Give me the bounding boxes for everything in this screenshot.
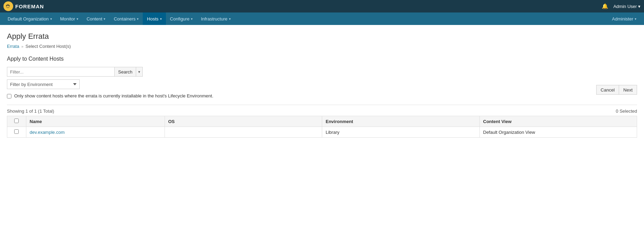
nav-org[interactable]: Default Organization ▾ (3, 12, 56, 25)
nav-content[interactable]: Content ▾ (82, 12, 110, 25)
showing-status: Showing 1 of 1 (1 Total) (7, 109, 54, 114)
nav-infrastructure-chevron-icon: ▾ (229, 17, 231, 21)
cancel-button[interactable]: Cancel (596, 85, 619, 95)
row-environment-cell: Library (322, 127, 480, 138)
hosts-table: Name OS Environment Content View dev.exa… (7, 116, 637, 138)
status-bar: Showing 1 of 1 (1 Total) 0 Selected (7, 109, 637, 114)
section-divider (7, 105, 637, 105)
next-button[interactable]: Next (619, 85, 637, 95)
app-title: FOREMAN (15, 3, 44, 9)
nav-hosts[interactable]: Hosts ▾ (143, 12, 166, 25)
page-title: Apply Errata (7, 32, 637, 41)
lifecycle-checkbox-label: Only show content hosts where the errata… (14, 93, 213, 98)
row-name-cell: dev.example.com (26, 127, 165, 138)
table-header-environment: Environment (322, 116, 480, 127)
nav-infrastructure-label: Infrastructure (201, 16, 228, 21)
table-header-name: Name (26, 116, 165, 127)
search-input[interactable] (7, 67, 114, 77)
row-content-view-cell: Default Organization View (479, 127, 637, 138)
nav-containers-label: Containers (114, 16, 135, 21)
nav-org-label: Default Organization (8, 16, 49, 21)
row-checkbox-cell (7, 127, 26, 138)
selected-count: 0 Selected (616, 109, 637, 114)
breadcrumb-current: Select Content Host(s) (26, 44, 71, 49)
navbar-right: Administer ▾ (608, 12, 641, 25)
foreman-logo-icon: ⛑ (3, 1, 13, 11)
nav-administer[interactable]: Administer ▾ (608, 12, 641, 25)
row-os-cell (165, 127, 322, 138)
search-button[interactable]: Search (114, 67, 136, 77)
select-all-checkbox[interactable] (14, 119, 19, 123)
nav-content-label: Content (87, 16, 103, 21)
nav-configure[interactable]: Configure ▾ (166, 12, 197, 25)
user-chevron-icon: ▾ (638, 4, 641, 9)
nav-monitor-chevron-icon: ▾ (77, 17, 78, 21)
search-bar: Search ▾ (7, 67, 637, 77)
nav-infrastructure[interactable]: Infrastructure ▾ (197, 12, 235, 25)
nav-configure-chevron-icon: ▾ (191, 17, 193, 21)
table-header-row: Name OS Environment Content View (7, 116, 637, 127)
notification-bell-icon[interactable]: 🔔 (602, 3, 608, 9)
topbar-right: 🔔 Admin User ▾ (602, 3, 641, 9)
nav-content-chevron-icon: ▾ (104, 17, 105, 21)
nav-org-chevron-icon: ▾ (50, 17, 52, 21)
topbar-left: ⛑ FOREMAN (3, 1, 44, 11)
nav-administer-chevron-icon: ▾ (635, 17, 636, 21)
user-label: Admin User (613, 4, 637, 9)
lifecycle-checkbox[interactable] (7, 94, 11, 98)
nav-monitor-label: Monitor (60, 16, 75, 21)
breadcrumb-separator: » (21, 44, 23, 49)
table-row: dev.example.com Library Default Organiza… (7, 127, 637, 138)
host-name-link[interactable]: dev.example.com (30, 130, 65, 135)
nav-hosts-label: Hosts (147, 16, 158, 21)
table-body: dev.example.com Library Default Organiza… (7, 127, 637, 138)
nav-monitor[interactable]: Monitor ▾ (56, 12, 82, 25)
navbar-left: Default Organization ▾ Monitor ▾ Content… (3, 12, 235, 25)
table-header: Name OS Environment Content View (7, 116, 637, 127)
table-header-content-view: Content View (479, 116, 637, 127)
nav-containers[interactable]: Containers ▾ (109, 12, 143, 25)
lifecycle-checkbox-row: Only show content hosts where the errata… (7, 93, 637, 98)
environment-filter-select[interactable]: Filter by Environment Library (7, 79, 80, 89)
breadcrumb-parent-link[interactable]: Errata (7, 44, 19, 49)
row-checkbox[interactable] (14, 129, 19, 134)
action-buttons: Cancel Next (596, 85, 637, 95)
search-dropdown-button[interactable]: ▾ (136, 67, 143, 77)
env-filter: Filter by Environment Library (7, 79, 637, 89)
nav-containers-chevron-icon: ▾ (137, 17, 139, 21)
nav-administer-label: Administer (612, 16, 633, 21)
page-content: Apply Errata Errata » Select Content Hos… (0, 25, 644, 145)
table-header-os: OS (165, 116, 322, 127)
user-menu[interactable]: Admin User ▾ (613, 4, 641, 9)
topbar: ⛑ FOREMAN 🔔 Admin User ▾ (0, 0, 644, 12)
nav-configure-label: Configure (170, 16, 189, 21)
navbar: Default Organization ▾ Monitor ▾ Content… (0, 12, 644, 25)
nav-hosts-chevron-icon: ▾ (160, 17, 162, 21)
search-dropdown-arrow-icon: ▾ (138, 70, 140, 74)
table-header-checkbox (7, 116, 26, 127)
breadcrumb: Errata » Select Content Host(s) (7, 44, 637, 49)
section-title: Apply to Content Hosts (7, 56, 637, 62)
